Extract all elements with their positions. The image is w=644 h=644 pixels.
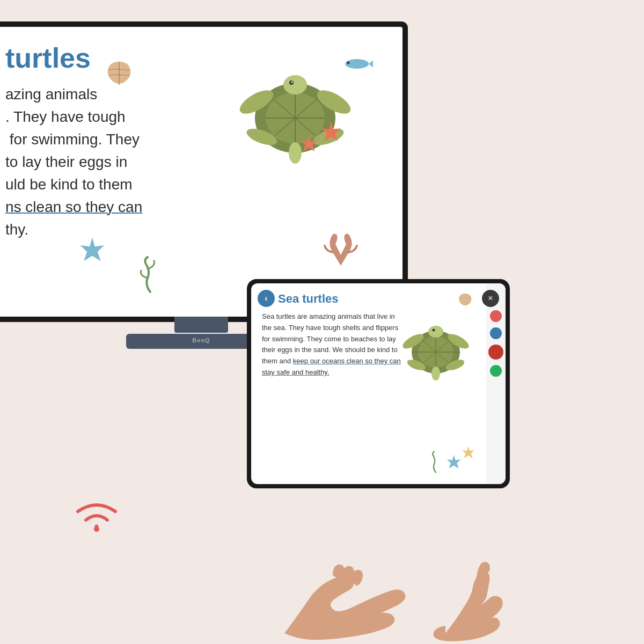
- svg-marker-19: [80, 237, 104, 261]
- wifi-icon: [70, 489, 123, 537]
- monitor-bezel: turtles azing animals . They have tough …: [0, 21, 408, 322]
- toolbar-color-picker[interactable]: [488, 345, 503, 360]
- tablet-body: Sea turtles are amazing animals that liv…: [262, 311, 401, 378]
- tablet-bezel: ‹ × 🐟 Sea turtles Sea turtles are amazin: [247, 279, 510, 488]
- toolbar-color-red[interactable]: [490, 310, 502, 322]
- fish-decoration-monitor: [341, 56, 373, 74]
- toolbar-color-green[interactable]: [490, 365, 502, 377]
- tablet-blue-starfish: [445, 454, 463, 473]
- svg-marker-34: [462, 446, 474, 458]
- svg-point-16: [347, 62, 350, 64]
- shell-decoration-monitor: [105, 59, 134, 88]
- svg-point-28: [433, 329, 435, 332]
- tablet-turtle-illustration: [393, 310, 479, 396]
- tablet-screen: ‹ × 🐟 Sea turtles Sea turtles are amazin: [251, 283, 506, 484]
- starfish-decoration-1: [319, 121, 343, 147]
- monitor-brand: BenQ: [192, 337, 210, 343]
- toolbar-color-blue[interactable]: [490, 327, 502, 339]
- starfish-decoration-3: [78, 236, 107, 268]
- svg-marker-35: [447, 455, 461, 469]
- left-hand: [284, 565, 405, 640]
- starfish-decoration-2: [299, 134, 319, 157]
- tablet-back-button[interactable]: ‹: [258, 290, 275, 307]
- tablet-underline-text: keep our oceans clean so they can stay s…: [262, 357, 401, 376]
- svg-marker-15: [369, 60, 373, 68]
- svg-point-27: [428, 326, 443, 338]
- screen-underline-text: ns clean so they can: [5, 199, 142, 215]
- svg-marker-17: [321, 122, 341, 141]
- tablet-header: 🐟 Sea turtles: [262, 292, 495, 306]
- svg-point-20: [94, 526, 99, 532]
- coral-decoration-monitor: [322, 225, 360, 270]
- tablet-seaweed: [428, 450, 444, 476]
- seaweed-decoration-monitor: [137, 255, 164, 295]
- tablet-starfish: [461, 445, 476, 463]
- svg-point-6: [283, 75, 307, 94]
- svg-point-33: [431, 367, 440, 380]
- svg-marker-18: [301, 135, 317, 151]
- screen-body: azing animals . They have tough for swim…: [5, 83, 199, 241]
- hands-container: [258, 483, 526, 644]
- monitor-stand-neck: [174, 317, 228, 333]
- tablet-close-button[interactable]: ×: [482, 290, 499, 307]
- monitor-screen: turtles azing animals . They have tough …: [0, 27, 402, 317]
- tablet-title: Sea turtles: [278, 292, 339, 306]
- tablet: ‹ × 🐟 Sea turtles Sea turtles are amazin: [247, 279, 521, 504]
- svg-point-8: [291, 82, 293, 83]
- tablet-toolbar: [486, 283, 506, 484]
- tablet-shell-deco: [457, 292, 473, 309]
- right-hand: [434, 562, 503, 641]
